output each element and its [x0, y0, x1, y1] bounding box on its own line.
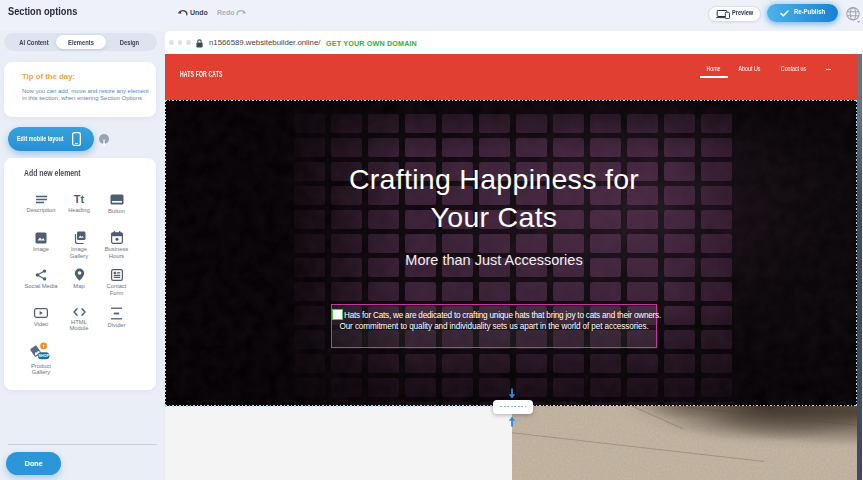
svg-text:SHOP: SHOP	[38, 353, 49, 358]
